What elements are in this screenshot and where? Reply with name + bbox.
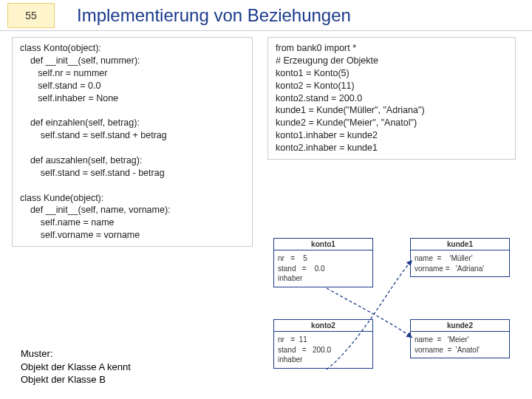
slide-number-badge: 55: [7, 3, 55, 28]
obj-kunde1-body: name = 'Müller' vorname = 'Adriana': [411, 250, 509, 276]
obj-konto2: konto2 nr = 11 stand = 200.0 inhaber: [273, 319, 373, 369]
object-diagram: konto1 nr = 5 stand = 0.0 inhaber kunde1…: [273, 238, 517, 399]
code-right: from bank0 import * # Erzeugung der Obje…: [267, 37, 516, 160]
obj-kunde2-header: kunde2: [411, 320, 509, 332]
obj-konto1: konto1 nr = 5 stand = 0.0 inhaber: [273, 238, 373, 287]
pattern-note: Muster: Objekt der Klasse A kennt Objekt…: [21, 347, 131, 386]
obj-kunde1-header: kunde1: [411, 239, 509, 250]
obj-kunde2-body: name = 'Meier' vorname = 'Anatol': [411, 332, 509, 358]
obj-konto2-body: nr = 11 stand = 200.0 inhaber: [274, 332, 372, 368]
obj-konto1-body: nr = 5 stand = 0.0 inhaber: [274, 250, 372, 287]
obj-kunde1: kunde1 name = 'Müller' vorname = 'Adrian…: [410, 238, 510, 277]
slide-title: Implementierung von Beziehungen: [77, 5, 351, 26]
slide-header: 55 Implementierung von Beziehungen: [0, 0, 532, 31]
obj-konto2-header: konto2: [274, 320, 372, 332]
obj-kunde2: kunde2 name = 'Meier' vorname = 'Anatol': [410, 319, 510, 358]
slide-content: class Konto(object): def __init__(self, …: [0, 31, 532, 43]
code-left: class Konto(object): def __init__(self, …: [12, 37, 253, 247]
obj-konto1-header: konto1: [274, 239, 372, 250]
